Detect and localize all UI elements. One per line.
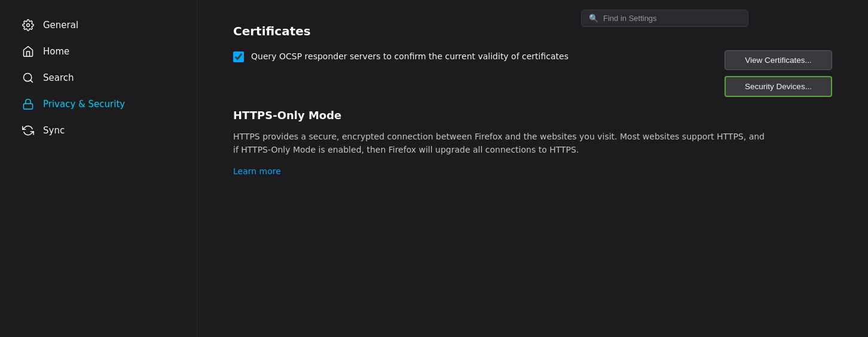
sidebar-item-sync[interactable]: Sync [5, 118, 192, 143]
sidebar-item-privacy-security-label: Privacy & Security [43, 99, 125, 110]
certificates-row: Query OCSP responder servers to confirm … [233, 50, 832, 97]
learn-more-link[interactable]: Learn more [233, 166, 281, 176]
svg-point-0 [27, 24, 30, 27]
https-description: HTTPS provides a secure, encrypted conne… [233, 130, 771, 157]
main-content: 🔍 Certificates Query OCSP responder serv… [197, 0, 868, 337]
find-settings-icon: 🔍 [589, 14, 598, 23]
sidebar-item-search-label: Search [43, 72, 74, 83]
home-icon [22, 45, 35, 58]
certificates-section: Certificates Query OCSP responder server… [233, 24, 832, 97]
gear-icon [22, 19, 35, 32]
sidebar-item-sync-label: Sync [43, 125, 65, 136]
https-section: HTTPS-Only Mode HTTPS provides a secure,… [233, 109, 832, 177]
sidebar-item-general-label: General [43, 20, 78, 31]
view-certificates-button[interactable]: View Certificates... [725, 50, 832, 70]
find-in-settings-input[interactable] [603, 14, 741, 23]
search-icon [22, 71, 35, 84]
svg-rect-3 [24, 104, 33, 109]
sidebar-item-privacy-security[interactable]: Privacy & Security [5, 92, 192, 117]
cert-buttons: View Certificates... Security Devices... [725, 50, 832, 97]
ocsp-checkbox-wrapper[interactable] [233, 51, 244, 65]
sidebar-item-general[interactable]: General [5, 13, 192, 38]
sidebar-item-home[interactable]: Home [5, 39, 192, 64]
security-devices-button[interactable]: Security Devices... [725, 76, 832, 97]
ocsp-checkbox[interactable] [233, 51, 244, 62]
cert-left: Query OCSP responder servers to confirm … [233, 50, 701, 65]
sidebar-item-search[interactable]: Search [5, 65, 192, 90]
lock-icon [22, 98, 35, 111]
svg-line-2 [30, 80, 33, 83]
https-only-mode-title: HTTPS-Only Mode [233, 109, 832, 122]
top-bar: 🔍 [581, 10, 748, 27]
sidebar: General Home Search Privacy & Security [0, 0, 197, 337]
sync-icon [22, 124, 35, 137]
find-in-settings-box: 🔍 [581, 10, 748, 27]
ocsp-label: Query OCSP responder servers to confirm … [251, 50, 569, 63]
sidebar-item-home-label: Home [43, 46, 69, 57]
